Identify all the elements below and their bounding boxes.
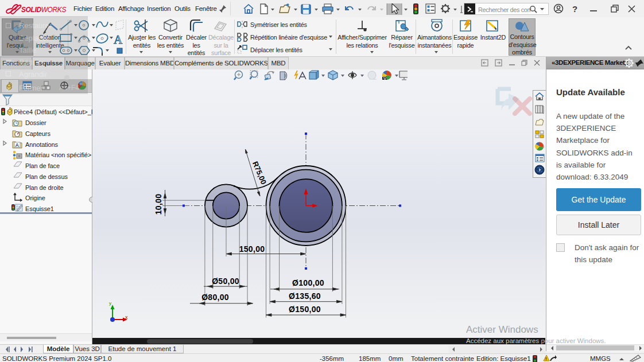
svg-text:Ø50,00: Ø50,00 [212,277,239,286]
svg-text:?: ? [572,4,577,14]
svg-text:R75,00: R75,00 [251,160,268,185]
svg-text:SOLIDWORKS: SOLIDWORKS [21,6,66,14]
svg-text:y: y [109,301,111,306]
svg-text:150,00: 150,00 [239,244,265,254]
svg-text:Ø100,00: Ø100,00 [292,278,324,287]
svg-text:Ø135,60: Ø135,60 [289,291,321,301]
svg-text:Ø150,00: Ø150,00 [289,305,321,314]
svg-text:!: ! [545,356,547,361]
svg-text:A: A [114,33,123,46]
svg-text:Ø80,00: Ø80,00 [201,293,229,302]
svg-text:10,00: 10,00 [154,194,163,215]
svg-text:A: A [15,142,20,148]
svg-text:x: x [125,314,128,320]
